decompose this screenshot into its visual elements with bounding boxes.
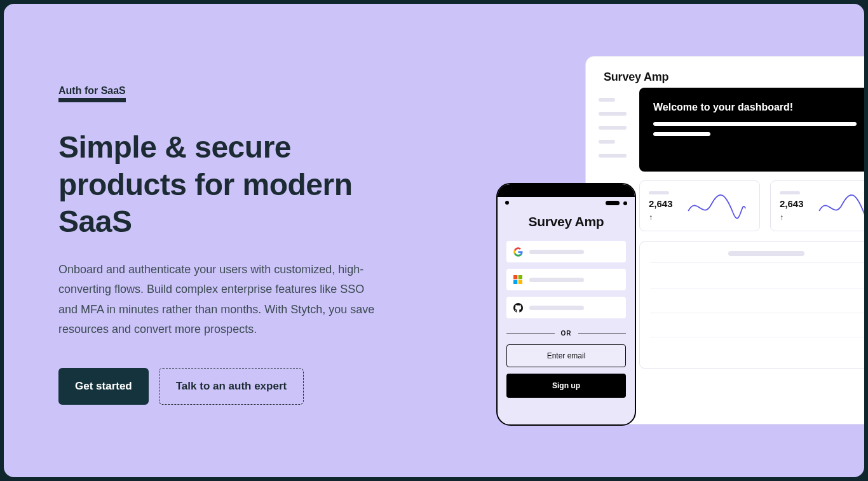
text-placeholder [653,122,857,126]
or-label: OR [561,330,572,337]
page-headline: Simple & secure products for modern SaaS [58,129,414,241]
oauth-microsoft-button[interactable] [506,269,626,290]
text-placeholder [529,306,584,310]
cta-row: Get started Talk to an auth expert [58,368,414,405]
sidebar-placeholder [599,126,627,130]
phone-mock: Survey Amp [496,183,636,426]
welcome-card: Welcome to your dashboard! [639,88,864,172]
trend-up-icon: ↑ [780,213,804,222]
label-placeholder [649,191,669,194]
stat-value: 2,643 [780,198,804,209]
sign-up-button[interactable]: Sign up [506,374,626,398]
status-dot-icon [505,201,509,205]
status-dot-icon [623,201,627,205]
text-placeholder [529,250,584,254]
google-icon [513,247,523,257]
dashboard-app-name: Survey Amp [586,57,864,88]
phone-app-name: Survey Amp [498,205,635,241]
sparkline-icon [681,192,750,221]
sidebar-placeholder [599,98,615,102]
email-placeholder: Enter email [547,351,586,360]
svg-rect-1 [519,275,522,279]
github-icon [513,302,523,313]
microsoft-icon [513,274,523,285]
or-divider: OR [498,318,635,344]
status-pill-icon [606,201,620,205]
oauth-github-button[interactable] [506,297,626,318]
stat-value: 2,643 [649,198,673,209]
phone-notch [498,184,635,197]
svg-rect-2 [513,280,517,284]
phone-status-bar [498,197,635,205]
page-subheadline: Onboard and authenticate your users with… [58,260,376,340]
bar-chart [650,262,864,362]
svg-rect-0 [513,275,517,279]
label-placeholder [780,191,800,194]
text-placeholder [653,132,710,136]
eyebrow-label: Auth for SaaS [58,85,126,102]
bar-chart-card [639,241,864,369]
sidebar-placeholder [599,112,627,116]
stat-card: 2,643 ↑ [639,180,760,231]
sidebar-placeholder [599,154,627,158]
sidebar-placeholder [599,140,615,144]
text-placeholder [529,278,584,282]
svg-rect-3 [519,280,522,284]
email-field[interactable]: Enter email [506,344,626,367]
get-started-button[interactable]: Get started [58,368,149,405]
trend-up-icon: ↑ [649,213,673,222]
chart-title-placeholder [728,251,804,256]
welcome-title: Welcome to your dashboard! [653,102,864,113]
sparkline-icon [811,192,864,221]
stat-card: 2,643 ↑ [770,180,864,231]
talk-to-expert-button[interactable]: Talk to an auth expert [159,368,304,405]
oauth-google-button[interactable] [506,241,626,262]
hero-section: Auth for SaaS Simple & secure products f… [58,85,414,405]
